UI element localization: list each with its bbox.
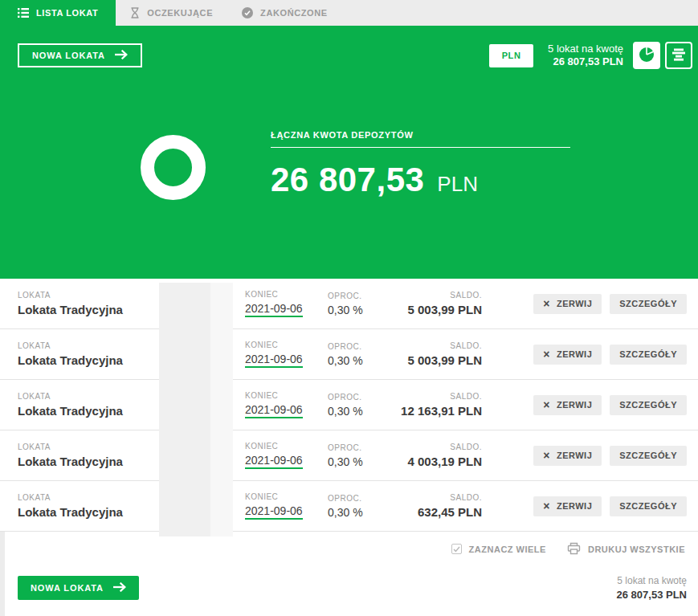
print-all-button[interactable]: DRUKUJ WSZYSTKIE [567,542,685,557]
hero-panel: NOWA LOKATA PLN 5 lokat na kwotę 26 807,… [0,26,698,279]
list-view-button[interactable] [665,42,692,69]
break-deposit-label: ZERWIJ [557,299,592,308]
tab-label: ZAKOŃCZONE [260,8,328,18]
rate-column-label: OPROC. [328,393,402,402]
rate-column-label: OPROC. [328,443,402,452]
arrow-right-icon [115,50,128,61]
select-many-label: ZAZNACZ WIELE [469,545,546,554]
deposit-saldo-cell: SALDO. 4 003,19 PLN [402,443,482,468]
deposit-end-date-link[interactable]: 2021-09-06 [245,403,303,418]
details-button[interactable]: SZCZEGÓŁY [610,395,687,415]
deposit-saldo-cell: SALDO. 5 003,99 PLN [402,341,482,367]
deposit-rate-cell: OPROC. 0,30 % [328,292,402,316]
deposit-rate-cell: OPROC. 0,30 % [328,393,402,418]
new-deposit-button-top[interactable]: NOWA LOKATA [18,43,142,67]
deposits-app: LISTA LOKAT OCZEKUJĄCE ZAKOŃCZONE NOWA L… [0,0,698,616]
deposit-row: LOKATA Lokata Tradycyjna KONIEC 2021-09-… [0,481,698,532]
divider [271,147,570,148]
deposit-end-date-link[interactable]: 2021-09-06 [245,454,303,469]
break-deposit-button[interactable]: × ZERWIJ [533,496,602,516]
end-column-label: KONIEC [245,341,328,349]
deposit-end-cell: KONIEC 2021-09-06 [245,492,328,520]
break-deposit-button[interactable]: × ZERWIJ [533,294,602,314]
details-button[interactable]: SZCZEGÓŁY [610,496,687,516]
hero-toolbar: PLN 5 lokat na kwotę 26 807,53 PLN [489,42,692,69]
deposit-rate-cell: OPROC. 0,30 % [328,342,402,367]
page-edge [0,532,5,616]
deposit-row: LOKATA Lokata Tradycyjna KONIEC 2021-09-… [0,380,698,430]
deposit-saldo-cell: SALDO. 12 163,91 PLN [402,392,482,418]
details-button[interactable]: SZCZEGÓŁY [610,446,687,466]
break-deposit-label: ZERWIJ [557,451,592,460]
end-column-label: KONIEC [245,391,328,400]
total-deposits-amount: 26 807,53 [271,161,424,199]
footer-summary: 5 lokat na kwotę 26 807,53 PLN [617,574,687,602]
deposit-end-date-link[interactable]: 2021-09-06 [245,504,303,520]
break-deposit-label: ZERWIJ [557,400,592,410]
header-summary-line2: 26 807,53 PLN [548,55,623,68]
check-circle-icon [242,7,253,18]
break-deposit-button[interactable]: × ZERWIJ [533,395,602,415]
end-column-label: KONIEC [245,290,328,299]
new-deposit-label: NOWA LOKATA [31,583,104,593]
redacted-account-column [159,283,233,536]
currency-filter-button[interactable]: PLN [489,44,533,67]
footer-summary-line2: 26 807,53 PLN [617,588,687,602]
deposit-end-cell: KONIEC 2021-09-06 [245,290,328,317]
hourglass-icon [130,7,140,18]
deposit-end-date-link[interactable]: 2021-09-06 [245,353,303,368]
chart-view-button[interactable] [633,42,660,69]
details-label: SZCZEGÓŁY [619,501,677,511]
tabbar: LISTA LOKAT OCZEKUJĄCE ZAKOŃCZONE [0,0,698,26]
close-icon: × [543,450,550,461]
deposit-row: LOKATA Lokata Tradycyjna KONIEC 2021-09-… [0,279,698,329]
details-button[interactable]: SZCZEGÓŁY [610,345,687,365]
tab-label: LISTA LOKAT [36,8,98,18]
print-all-label: DRUKUJ WSZYSTKIE [588,545,685,554]
select-many-toggle[interactable]: ZAZNACZ WIELE [451,544,546,554]
break-deposit-label: ZERWIJ [557,501,592,511]
header-summary-line1: 5 lokat na kwotę [548,43,623,55]
row-actions: × ZERWIJ SZCZEGÓŁY [533,446,698,466]
tab-zakonczone[interactable]: ZAKOŃCZONE [227,0,342,26]
tab-oczekujace[interactable]: OCZEKUJĄCE [116,0,227,26]
close-icon: × [543,298,550,309]
deposit-row: LOKATA Lokata Tradycyjna KONIEC 2021-09-… [0,329,698,380]
details-label: SZCZEGÓŁY [619,400,677,410]
new-deposit-button-bottom[interactable]: NOWA LOKATA [18,576,139,600]
list-tools: ZAZNACZ WIELE DRUKUJ WSZYSTKIE [0,532,698,566]
deposit-end-cell: KONIEC 2021-09-06 [245,341,328,368]
checkbox-icon [451,544,462,554]
deposits-donut-chart [141,135,206,200]
end-column-label: KONIEC [245,492,328,501]
deposit-rate-cell: OPROC. 0,30 % [328,494,402,519]
details-button[interactable]: SZCZEGÓŁY [610,294,687,314]
break-deposit-button[interactable]: × ZERWIJ [533,345,602,365]
break-deposit-label: ZERWIJ [557,349,592,359]
break-deposit-button[interactable]: × ZERWIJ [533,446,602,466]
row-actions: × ZERWIJ SZCZEGÓŁY [533,395,698,415]
deposit-rate: 0,30 % [328,455,402,468]
deposit-end-cell: KONIEC 2021-09-06 [245,391,328,418]
saldo-column-label: SALDO. [450,341,482,350]
deposit-rate: 0,30 % [328,304,402,316]
list-icon [18,8,29,18]
tab-lista-lokat[interactable]: LISTA LOKAT [0,0,116,26]
deposit-row: LOKATA Lokata Tradycyjna KONIEC 2021-09-… [0,430,698,481]
deposit-rate: 0,30 % [328,506,402,519]
saldo-column-label: SALDO. [450,493,482,502]
arrow-right-icon [113,582,126,594]
header-summary: 5 lokat na kwotę 26 807,53 PLN [548,43,623,68]
details-label: SZCZEGÓŁY [619,299,677,308]
close-icon: × [543,349,550,360]
row-actions: × ZERWIJ SZCZEGÓŁY [533,345,698,365]
total-deposits-label: ŁĄCZNA KWOTA DEPOZYTÓW [271,130,570,140]
printer-icon [567,542,581,557]
rate-column-label: OPROC. [328,494,402,503]
deposit-end-date-link[interactable]: 2021-09-06 [245,302,303,317]
deposit-saldo: 4 003,19 PLN [407,455,482,468]
rate-column-label: OPROC. [328,292,402,300]
rate-column-label: OPROC. [328,342,402,351]
close-icon: × [543,500,550,512]
total-deposits-currency: PLN [437,172,478,197]
